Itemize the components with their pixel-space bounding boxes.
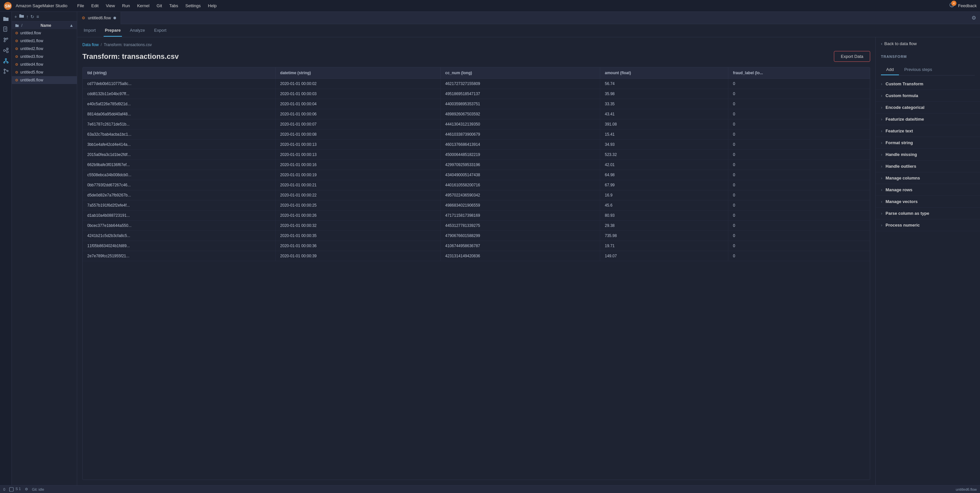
subnav-analyze[interactable]: Analyze: [129, 24, 146, 37]
col-header-1: datetime (string): [275, 67, 441, 79]
sidebar-icon-folder[interactable]: [1, 14, 10, 24]
table-row: 0bcec377e1bb644a550...2020-01-01 00:00:3…: [83, 221, 870, 231]
table-cell-3-0: 8814da06a95dd40af48...: [83, 109, 275, 119]
table-cell-17-2: 4231314149420836: [441, 251, 600, 261]
subnav-prepare[interactable]: Prepare: [103, 24, 122, 37]
transform-item-0[interactable]: › Custom Transform: [876, 78, 980, 90]
sidebar-icon-files[interactable]: [1, 25, 10, 34]
table-row: 4241b21c5d2b3cfa8c5...2020-01-01 00:00:3…: [83, 231, 870, 241]
notification-icon[interactable]: ! 4: [949, 2, 955, 9]
table-cell-17-4: 0: [728, 251, 870, 261]
menu-view[interactable]: View: [103, 2, 118, 10]
sidebar-icon-git[interactable]: [1, 35, 10, 45]
transform-item-9[interactable]: › Manage rows: [876, 184, 980, 196]
svg-point-14: [3, 62, 5, 63]
chevron-right-icon: ›: [881, 176, 882, 180]
new-file-icon[interactable]: +: [14, 14, 17, 19]
transform-item-5[interactable]: › Format string: [876, 137, 980, 149]
back-to-data-flow-button[interactable]: ‹ Back to data flow: [876, 37, 980, 50]
file-item-6[interactable]: ⚙ untitled6.flow: [12, 76, 77, 84]
svg-point-17: [4, 72, 5, 73]
table-cell-4-0: 7e61787c26171de51b...: [83, 119, 275, 129]
sort-icon[interactable]: ▲: [69, 23, 73, 28]
tab-dirty-indicator: [113, 17, 116, 19]
file-item-1[interactable]: ⚙ untitled1.flow: [12, 37, 77, 45]
transform-item-6[interactable]: › Handle missing: [876, 149, 980, 161]
sidebar-icon-extensions[interactable]: [1, 46, 10, 55]
subnav-import[interactable]: Import: [83, 24, 97, 37]
table-cell-13-3: 80.93: [600, 210, 728, 221]
subnav-export[interactable]: Export: [153, 24, 168, 37]
table-cell-7-0: 2015a0fea3c1d1be2fdf...: [83, 150, 275, 160]
table-row: 0bb7793f2dd67267c46...2020-01-01 00:00:2…: [83, 180, 870, 190]
menu-tabs[interactable]: Tabs: [166, 2, 181, 10]
transform-item-7[interactable]: › Handle outliers: [876, 161, 980, 172]
page-title: Transform: transactions.csv: [83, 52, 179, 61]
menu-git[interactable]: Git: [153, 2, 165, 10]
data-table-container[interactable]: tid (string) datetime (string) cc_num (l…: [83, 67, 870, 480]
table-cell-1-2: 4951869518547137: [441, 89, 600, 99]
transform-item-3[interactable]: › Featurize date/time: [876, 113, 980, 125]
flow-icon-0: ⚙: [15, 31, 18, 35]
chevron-right-icon: ›: [881, 164, 882, 169]
table-row: 63a32c7bab4acba1bc1...2020-01-01 00:00:0…: [83, 129, 870, 140]
table-cell-8-3: 42.01: [600, 160, 728, 170]
status-settings[interactable]: ⚙: [25, 487, 28, 491]
table-cell-2-0: e40c5af226e785d921d...: [83, 99, 275, 109]
transform-item-11[interactable]: › Parse column as type: [876, 208, 980, 219]
table-cell-14-0: 0bcec377e1bb644a550...: [83, 221, 275, 231]
file-item-2[interactable]: ⚙ untitled2.flow: [12, 45, 77, 52]
file-item-0[interactable]: ⚙ untitled.flow: [12, 29, 77, 37]
table-cell-9-4: 0: [728, 170, 870, 180]
table-cell-15-4: 0: [728, 231, 870, 241]
transform-item-8[interactable]: › Manage columns: [876, 172, 980, 184]
breadcrumb-link[interactable]: Data flow: [83, 43, 99, 47]
flow-icon-5: ⚙: [15, 70, 18, 75]
table-cell-3-4: 0: [728, 109, 870, 119]
table-cell-6-0: 3bb1e4afe42cd4e414a...: [83, 140, 275, 150]
sidebar-icon-branch[interactable]: [1, 67, 10, 76]
status-right: untitled6.flow: [956, 487, 977, 491]
table-cell-2-1: 2020-01-01 00:00:04: [275, 99, 441, 109]
table-cell-16-1: 2020-01-01 00:00:36: [275, 241, 441, 251]
file-item-5[interactable]: ⚙ untitled5.flow: [12, 68, 77, 76]
table-cell-10-2: 4401610558200716: [441, 180, 600, 190]
file-panel: + + ↑ ↻ ≡ / Name ▲ ⚙ un: [12, 12, 77, 485]
app-title: Amazon SageMaker Studio: [16, 3, 67, 8]
transform-tab-previous[interactable]: Previous steps: [899, 64, 937, 75]
transform-item-12[interactable]: › Process numeric: [876, 219, 980, 231]
filter-icon[interactable]: ≡: [36, 14, 39, 19]
menu-run[interactable]: Run: [119, 2, 134, 10]
global-settings-button[interactable]: ⚙: [967, 15, 980, 21]
upload-icon[interactable]: ↑: [26, 14, 29, 19]
feedback-button[interactable]: Feedback: [958, 3, 977, 8]
sidebar-icon-nodes[interactable]: [1, 56, 10, 65]
export-data-button[interactable]: Export Data: [834, 51, 870, 62]
table-row: 2015a0fea3c1d1be2fdf...2020-01-01 00:00:…: [83, 150, 870, 160]
file-item-3[interactable]: ⚙ untitled3.flow: [12, 52, 77, 60]
table-row: e40c5af226e785d921d...2020-01-01 00:00:0…: [83, 99, 870, 109]
transform-item-1[interactable]: › Custom formula: [876, 90, 980, 102]
transform-tab-add[interactable]: Add: [881, 64, 899, 75]
transform-item-10[interactable]: › Manage vectors: [876, 196, 980, 208]
new-folder-icon[interactable]: +: [19, 14, 24, 19]
flow-icon-6: ⚙: [15, 78, 18, 83]
menu-items: File Edit View Run Kernel Git Tabs Setti…: [74, 2, 949, 10]
file-item-4[interactable]: ⚙ untitled4.flow: [12, 60, 77, 68]
table-cell-9-2: 4340490005147438: [441, 170, 600, 180]
transform-item-4[interactable]: › Featurize text: [876, 125, 980, 137]
chevron-right-icon: ›: [881, 211, 882, 216]
menu-settings[interactable]: Settings: [182, 2, 204, 10]
file-list: ⚙ untitled.flow ⚙ untitled1.flow ⚙ untit…: [12, 29, 77, 485]
table-cell-5-1: 2020-01-01 00:00:08: [275, 129, 441, 140]
menu-file[interactable]: File: [74, 2, 87, 10]
transform-item-2[interactable]: › Encode categorical: [876, 102, 980, 113]
transform-panel-header: TRANSFORM: [876, 50, 980, 64]
tab-untitled6-flow[interactable]: ⚙ untitled6.flow: [77, 12, 121, 24]
menu-help[interactable]: Help: [205, 2, 220, 10]
menu-kernel[interactable]: Kernel: [134, 2, 153, 10]
refresh-icon[interactable]: ↻: [30, 14, 34, 19]
chevron-right-icon: ›: [881, 141, 882, 145]
table-cell-14-3: 29.38: [600, 221, 728, 231]
menu-edit[interactable]: Edit: [88, 2, 102, 10]
